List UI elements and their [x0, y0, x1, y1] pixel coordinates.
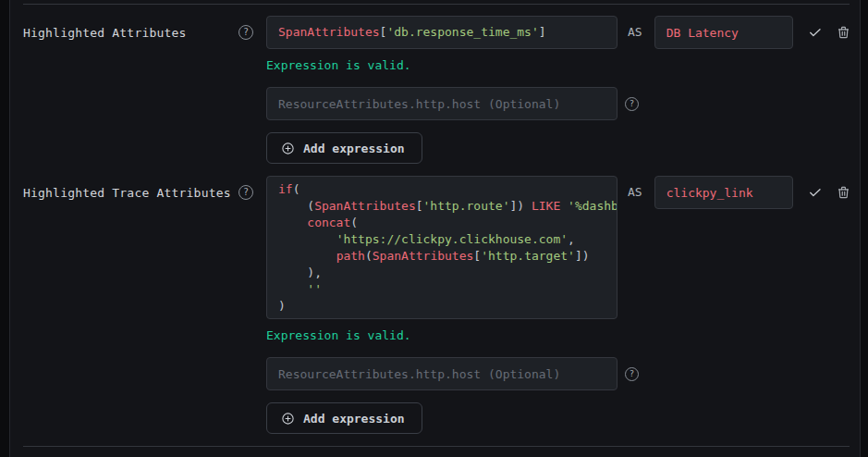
section-content: SpanAttributes['db.response_time_ms'] AS…: [266, 16, 860, 164]
trash-icon: [837, 185, 850, 200]
circle-plus-icon: [281, 412, 295, 426]
optional-host-row: ?: [266, 357, 860, 390]
bottom-divider: [23, 446, 850, 447]
field-label-cell: Highlighted Attributes ?: [23, 16, 253, 49]
expression-row: SpanAttributes['db.response_time_ms'] AS: [266, 16, 860, 49]
alias-input[interactable]: [654, 16, 793, 49]
settings-panel: Highlighted Attributes ? SpanAttributes[…: [9, 0, 861, 457]
validation-message: Expression is valid.: [266, 327, 860, 344]
as-label: AS: [628, 176, 642, 209]
optional-host-input[interactable]: [266, 357, 617, 390]
add-expression-label: Add expression: [303, 142, 405, 155]
add-expression-button[interactable]: Add expression: [266, 132, 422, 164]
as-label: AS: [628, 16, 642, 49]
add-expression-button[interactable]: Add expression: [266, 402, 422, 434]
check-icon: [808, 25, 823, 40]
delete-trash-button[interactable]: [837, 176, 850, 209]
help-icon[interactable]: ?: [625, 97, 639, 111]
field-label-cell: Highlighted Trace Attributes ?: [23, 176, 253, 209]
help-icon[interactable]: ?: [625, 367, 639, 381]
field-label: Highlighted Trace Attributes: [23, 186, 231, 200]
add-expression-label: Add expression: [303, 412, 405, 426]
confirm-check-button[interactable]: [808, 16, 823, 49]
alias-input[interactable]: [654, 176, 793, 209]
delete-trash-button[interactable]: [837, 16, 850, 49]
optional-host-input[interactable]: [266, 87, 617, 120]
help-icon[interactable]: ?: [238, 185, 253, 200]
check-icon: [808, 185, 823, 200]
expression-textarea[interactable]: if( (SpanAttributes['http.route']) LIKE …: [266, 176, 617, 319]
field-label: Highlighted Attributes: [23, 26, 187, 40]
confirm-check-button[interactable]: [808, 176, 823, 209]
circle-plus-icon: [281, 142, 295, 155]
highlighted-attributes-section: Highlighted Attributes ? SpanAttributes[…: [10, 16, 860, 164]
help-icon[interactable]: ?: [238, 25, 253, 40]
top-divider: [23, 4, 850, 5]
trash-icon: [837, 25, 850, 40]
expression-input[interactable]: SpanAttributes['db.response_time_ms']: [266, 16, 617, 49]
highlighted-trace-attributes-section: Highlighted Trace Attributes ? if( (Span…: [10, 176, 860, 434]
section-content: if( (SpanAttributes['http.route']) LIKE …: [266, 176, 860, 434]
validation-message: Expression is valid.: [266, 57, 860, 74]
optional-host-row: ?: [266, 87, 860, 120]
expression-row: if( (SpanAttributes['http.route']) LIKE …: [266, 176, 860, 319]
